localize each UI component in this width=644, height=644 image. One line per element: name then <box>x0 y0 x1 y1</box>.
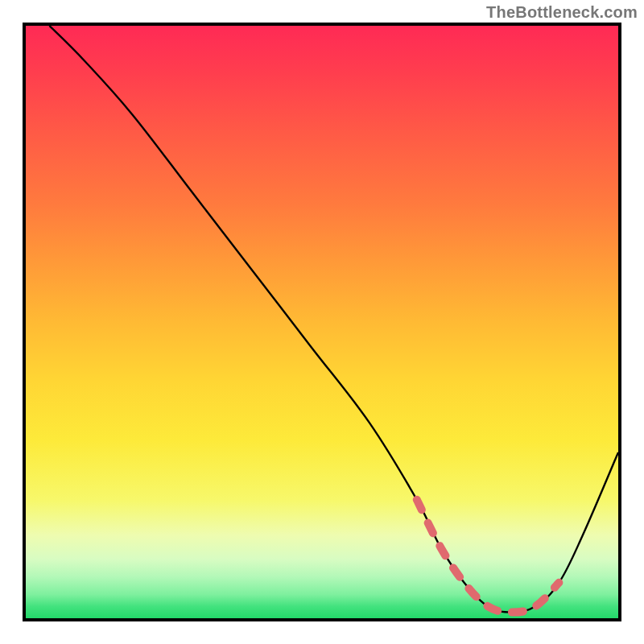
chart-stage: TheBottleneck.com <box>0 0 644 644</box>
highlight-dash-path <box>417 500 559 613</box>
plot-area <box>23 23 621 621</box>
watermark-text: TheBottleneck.com <box>486 3 638 22</box>
curve-layer <box>26 26 618 618</box>
bottleneck-curve-path <box>49 26 618 613</box>
